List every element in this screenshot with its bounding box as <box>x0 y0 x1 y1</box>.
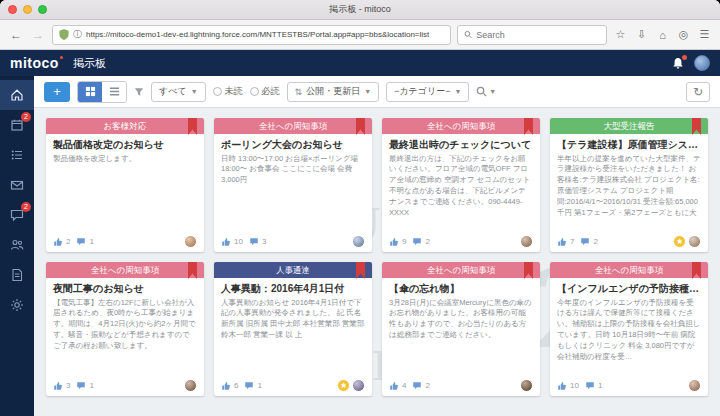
comment-icon[interactable] <box>76 237 86 247</box>
titlebar: 掲示板 - mitoco <box>0 0 720 20</box>
unread-radio[interactable]: 未読 <box>213 85 243 98</box>
comment-icon[interactable] <box>249 237 259 247</box>
avatar[interactable] <box>184 379 197 392</box>
share-icon[interactable]: ◎ <box>676 28 691 41</box>
star-avatar[interactable]: ★ <box>337 379 350 392</box>
site-info-icon[interactable]: ⓘ <box>73 28 82 41</box>
like-icon[interactable] <box>53 381 63 391</box>
app-header: mitoco 掲示板 <box>0 50 720 76</box>
search-icon <box>476 86 487 97</box>
like-icon[interactable] <box>389 237 399 247</box>
post-title[interactable]: ボーリング大会のお知らせ <box>214 134 372 154</box>
comment-count: 2 <box>425 237 429 246</box>
comment-icon[interactable] <box>585 381 595 391</box>
like-count: 9 <box>402 237 406 246</box>
filter-select-value: すべて <box>159 85 187 98</box>
home-icon[interactable]: ⌂ <box>655 29 670 41</box>
post-card[interactable]: 全社への周知事項 【インフルエンザの予防接種… 今年度のインフルエンザの予防接種… <box>550 262 708 396</box>
chat-badge: 2 <box>21 202 31 212</box>
post-title[interactable]: 最終退出時のチェックについて <box>382 134 540 154</box>
mustread-radio[interactable]: 必読 <box>250 85 280 98</box>
sidebar-item-people[interactable] <box>0 230 34 260</box>
like-count: 4 <box>402 381 406 390</box>
post-card[interactable]: お客様対応 製品価格改定のお知らせ 製品価格を改定します。 2 1 <box>46 118 204 252</box>
post-footer: 10 1 <box>550 375 708 396</box>
avatar[interactable] <box>184 235 197 248</box>
home-icon <box>10 88 24 102</box>
forward-button[interactable]: → <box>30 28 46 42</box>
sidebar-item-chat[interactable]: 2 <box>0 200 34 230</box>
filter-select[interactable]: すべて ▼ <box>151 82 206 102</box>
chevron-down-icon: ▼ <box>191 88 198 95</box>
post-title[interactable]: 【テラ建設様】原価管理シス… <box>550 134 708 154</box>
post-card[interactable]: 人事通達 人事異動：2016年4月1日付 人事異動のお知らせ 2016年4月1日… <box>214 262 372 396</box>
avatar[interactable] <box>520 235 533 248</box>
like-icon[interactable] <box>557 381 567 391</box>
sidebar-item-tasks[interactable] <box>0 140 34 170</box>
comment-icon[interactable] <box>244 381 254 391</box>
sidebar-item-settings[interactable] <box>0 290 34 320</box>
post-title[interactable]: 【インフルエンザの予防接種… <box>550 278 708 298</box>
comment-icon[interactable] <box>412 381 422 391</box>
list-view-button[interactable] <box>102 82 126 102</box>
avatar[interactable] <box>520 379 533 392</box>
like-count: 6 <box>234 381 238 390</box>
notifications-button[interactable] <box>672 57 684 70</box>
comment-icon[interactable] <box>412 237 422 247</box>
comment-count: 2 <box>593 237 597 246</box>
gear-icon <box>10 298 24 312</box>
avatar[interactable] <box>688 379 701 392</box>
comment-icon[interactable] <box>76 381 86 391</box>
avatar[interactable] <box>352 235 365 248</box>
category-badge: 全社への周知事項 <box>382 118 540 134</box>
category-badge: 全社への周知事項 <box>550 262 708 278</box>
post-card[interactable]: 大型受注報告 【テラ建設様】原価管理シス… 半年以上の提案を進めていた大型案件、… <box>550 118 708 252</box>
like-count: 10 <box>570 381 579 390</box>
search-toggle[interactable]: ▼ <box>476 86 496 97</box>
like-icon[interactable] <box>53 237 63 247</box>
sidebar-item-documents[interactable] <box>0 260 34 290</box>
back-button[interactable]: ← <box>8 28 24 42</box>
new-post-button[interactable]: + <box>44 82 70 102</box>
grid-view-button[interactable] <box>78 82 102 102</box>
avatar[interactable] <box>688 235 701 248</box>
browser-search-input[interactable] <box>476 30 600 40</box>
menu-icon[interactable]: ☰ <box>697 28 712 41</box>
sort-arrows-icon: ⇅ <box>295 87 303 97</box>
like-icon[interactable] <box>389 381 399 391</box>
star-avatar[interactable]: ★ <box>673 235 686 248</box>
avatar[interactable] <box>352 379 365 392</box>
like-count: 3 <box>66 381 70 390</box>
refresh-button[interactable]: ↻ <box>686 82 710 102</box>
sidebar-item-mail[interactable] <box>0 170 34 200</box>
bookmark-star-icon[interactable]: ☆ <box>613 28 628 41</box>
category-select[interactable]: −カテゴリー− ▼ <box>386 82 469 102</box>
post-title[interactable]: 【傘の忘れ物】 <box>382 278 540 298</box>
post-footer: 10 3 <box>214 231 372 252</box>
post-card[interactable]: 全社への周知事項 ボーリング大会のお知らせ 日時 13:00〜17:00 お台場… <box>214 118 372 252</box>
sidebar-item-home[interactable] <box>0 80 34 110</box>
download-icon[interactable]: ⇩ <box>634 28 649 41</box>
user-avatar[interactable] <box>694 55 710 71</box>
post-title[interactable]: 夜間工事のお知らせ <box>46 278 204 298</box>
sidebar-item-calendar[interactable]: 2 <box>0 110 34 140</box>
post-body: 今年度のインフルエンザの予防接種を受ける方は謹んで保健所等にて接種ください。補助… <box>550 298 708 360</box>
post-footer: 6 1 ★ <box>214 375 372 396</box>
app-logo[interactable]: mitoco <box>10 55 59 71</box>
post-card[interactable]: 全社への周知事項 【傘の忘れ物】 3月28日(月)に会議室Mercuryに黒色の… <box>382 262 540 396</box>
comment-icon[interactable] <box>580 237 590 247</box>
like-icon[interactable] <box>557 237 567 247</box>
mustread-radio-circle <box>250 87 259 96</box>
browser-search[interactable] <box>457 25 607 45</box>
post-footer: 9 2 <box>382 231 540 252</box>
category-badge: 全社への周知事項 <box>382 262 540 278</box>
sort-select[interactable]: ⇅ 公開・更新日 ▼ <box>287 82 379 102</box>
url-bar[interactable]: ⓘ https://mitoco-demo1-dev-ed.lightning.… <box>52 25 451 45</box>
post-card[interactable]: 全社への周知事項 夜間工事のお知らせ 【電気工事】左右の12Fに新しい会社が入居… <box>46 262 204 396</box>
like-icon[interactable] <box>221 237 231 247</box>
post-title[interactable]: 製品価格改定のお知らせ <box>46 134 204 154</box>
bbs-toolbar: + すべて ▼ 未読 <box>34 76 720 108</box>
like-icon[interactable] <box>221 381 231 391</box>
post-card[interactable]: 全社への周知事項 最終退出時のチェックについて 最終退出の方は、下記のチェックを… <box>382 118 540 252</box>
post-title[interactable]: 人事異動：2016年4月1日付 <box>214 278 372 298</box>
